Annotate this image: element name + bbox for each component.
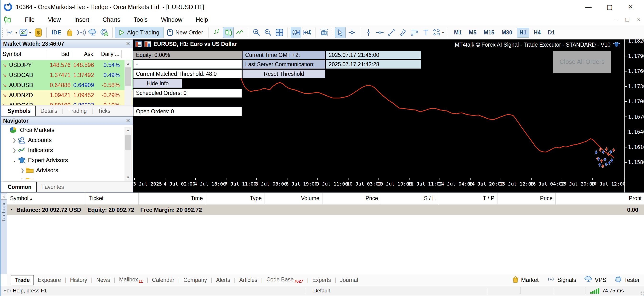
toolbox-tab-alerts[interactable]: Alerts	[212, 276, 234, 285]
market-watch-tab-trading[interactable]: Trading	[64, 106, 92, 116]
crosshair-tool-button[interactable]	[347, 27, 357, 38]
scroll-up-icon[interactable]: ▲	[124, 127, 132, 134]
column-header-price[interactable]: Price	[498, 193, 556, 204]
toolbox-tab-news[interactable]: News	[92, 276, 114, 285]
column-header-bid[interactable]: Bid	[48, 50, 71, 58]
column-header-type[interactable]: Type	[206, 193, 265, 204]
resize-grip[interactable]	[639, 290, 644, 295]
market-watch-caption[interactable]: Market Watch: 23:46:07 ✕	[1, 40, 133, 48]
tile-windows-button[interactable]	[274, 27, 285, 38]
timeframe-m5[interactable]: M5	[466, 28, 479, 37]
toolbox-tab-company[interactable]: Company	[180, 276, 211, 285]
status-profile[interactable]: Default	[310, 286, 333, 296]
maximize-icon[interactable]: ▢	[605, 3, 614, 11]
toolbar-grip[interactable]	[2, 28, 4, 37]
navigator-caption[interactable]: Navigator ✕	[1, 117, 133, 125]
add-signal-button[interactable]	[99, 27, 110, 38]
close-icon[interactable]: ✕	[126, 41, 130, 47]
reset-threshold-button[interactable]: Reset Threshold	[242, 70, 325, 78]
navigator-scrollbar[interactable]: ▲ ▼	[124, 127, 132, 181]
toolbox-tab-mailbox[interactable]: Mailbox11	[116, 275, 147, 286]
scrollbar-thumb[interactable]	[125, 67, 131, 86]
screenshot-button[interactable]	[319, 27, 329, 38]
market-watch-tab-ticks[interactable]: Ticks	[93, 106, 115, 116]
tree-item-accounts[interactable]: ❯Accounts	[1, 135, 133, 145]
trendline-tool[interactable]	[386, 27, 397, 38]
minimize-icon[interactable]: —	[584, 3, 593, 11]
mdi-close-icon[interactable]: ✕	[636, 17, 641, 23]
mdi-minimize-icon[interactable]: —	[613, 17, 618, 23]
vps-button[interactable]	[88, 27, 98, 38]
zoom-in-button[interactable]	[251, 27, 262, 38]
navigator-tab-favorites[interactable]: Favorites	[37, 182, 69, 192]
toolbox-tab-experts[interactable]: Experts	[308, 276, 335, 285]
column-header-time[interactable]: Time	[138, 193, 206, 204]
fibonacci-tool[interactable]	[409, 27, 420, 38]
column-header-symbol[interactable]: Symbol ▲	[7, 193, 86, 204]
toolbox-tab-history[interactable]: History	[66, 276, 91, 285]
auto-scroll-button[interactable]	[291, 27, 301, 38]
algo-trading-button[interactable]: Algo Trading	[115, 27, 164, 38]
line-chart-mode-button[interactable]	[234, 27, 245, 38]
candlestick-mode-button[interactable]	[223, 27, 234, 38]
timeframe-h4[interactable]: H4	[531, 28, 543, 37]
column-header-daily[interactable]: Daily ...	[95, 50, 122, 58]
column-header-volume[interactable]: Volume	[265, 193, 322, 204]
column-header-profit[interactable]: Profit	[556, 193, 644, 204]
toolbox-tab-trade[interactable]: Trade	[11, 275, 34, 285]
connection-status[interactable]: 74.75 ms	[588, 286, 627, 296]
zoom-out-button[interactable]	[263, 27, 273, 38]
menu-item-charts[interactable]: Charts	[103, 15, 120, 25]
chart-window[interactable]: EURUSD, H1: Euro vs US Dollar MT4talk © …	[133, 39, 644, 192]
toolbox-tab-journal[interactable]: Journal	[336, 276, 362, 285]
tree-item-advisors[interactable]: ❯Advisors	[1, 165, 133, 175]
column-header-symbol[interactable]: Symbol	[1, 50, 48, 58]
vertical-line-tool[interactable]	[363, 27, 374, 38]
chart-type-dropdown[interactable]: ▼	[6, 27, 18, 38]
column-header-tp[interactable]: T / P	[438, 193, 498, 204]
cursor-tool-button[interactable]	[335, 27, 346, 38]
scrollbar-thumb[interactable]	[125, 135, 131, 150]
service-vps-button[interactable]: VPS	[584, 276, 606, 284]
menu-item-window[interactable]: Window	[161, 15, 182, 25]
indicators-dropdown[interactable]: ▼	[19, 27, 32, 38]
toolbox-tab-code-base[interactable]: Code Base7627	[263, 275, 307, 286]
signals-button[interactable]	[76, 27, 86, 38]
tree-item-expert-advisors[interactable]: ⌄Expert Advisors	[1, 155, 133, 165]
service-market-button[interactable]: Market	[512, 276, 539, 284]
column-header-ticket[interactable]: Ticket	[86, 193, 138, 204]
navigator-tab-common[interactable]: Common	[3, 182, 37, 192]
tree-item-indicators[interactable]: ❯Indicators	[1, 145, 133, 155]
toolbox-close-icon[interactable]: ✕	[1, 194, 7, 200]
expander-collapsed-icon[interactable]: ❯	[20, 178, 26, 179]
market-watch-tab-details[interactable]: Details	[36, 106, 62, 116]
market-row-usdcad[interactable]: ↘USDCAD1.374711.374920.49%	[1, 70, 133, 80]
market-row-audnzd[interactable]: ↘AUDNZD1.094211.09452-0.29%	[1, 90, 133, 100]
column-header-ask[interactable]: Ask	[71, 50, 95, 58]
market-button[interactable]	[64, 27, 75, 38]
toolbox-tab-articles[interactable]: Articles	[235, 276, 261, 285]
text-tool[interactable]	[421, 27, 431, 38]
timeframe-d1[interactable]: D1	[545, 28, 558, 37]
service-signals-button[interactable]: Signals	[547, 276, 576, 284]
column-header-sl[interactable]: S / L	[381, 193, 438, 204]
tree-item-folder[interactable]: ❯	[1, 175, 133, 179]
service-tester-button[interactable]: Tester	[614, 276, 640, 284]
market-row-audusd[interactable]: ↘AUDUSD0.648880.64909-0.58%	[1, 80, 133, 90]
column-header-price[interactable]: Price	[322, 193, 381, 204]
market-watch-tab-symbols[interactable]: Symbols	[3, 106, 36, 116]
timeframe-m30[interactable]: M30	[499, 28, 515, 37]
chart-shift-button[interactable]	[302, 27, 313, 38]
close-icon[interactable]: ✕	[126, 118, 130, 124]
close-all-orders-button[interactable]: Close All Orders	[553, 51, 611, 73]
mdi-restore-icon[interactable]: ❐	[625, 17, 630, 23]
expander-collapsed-icon[interactable]: ❯	[11, 148, 18, 153]
expander-collapsed-icon[interactable]: ❯	[20, 168, 26, 173]
timeframe-h1[interactable]: H1	[517, 28, 529, 37]
menu-item-view[interactable]: View	[48, 15, 61, 25]
toolbox-tab-calendar[interactable]: Calendar	[148, 276, 178, 285]
market-row-usdjpy[interactable]: ↘USDJPY148.576148.5960.54%	[1, 60, 133, 70]
menu-item-help[interactable]: Help	[196, 15, 208, 25]
close-icon[interactable]: ✕	[626, 3, 636, 11]
bar-chart-mode-button[interactable]	[212, 27, 222, 38]
